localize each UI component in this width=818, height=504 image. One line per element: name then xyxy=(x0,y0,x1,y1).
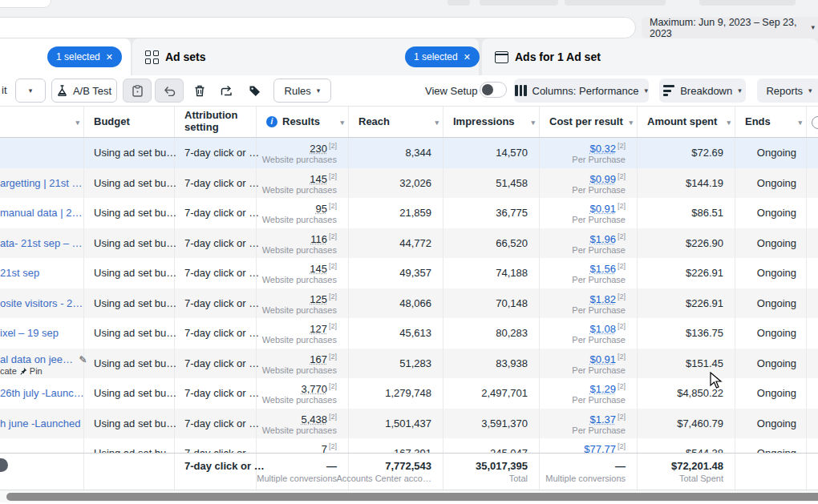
adsets-selected-pill[interactable]: 1 selected ✕ xyxy=(405,46,480,67)
date-range-button[interactable]: Maximum: Jun 9, 2023 – Sep 23, 2023 ▾ xyxy=(642,17,818,38)
tab-ads[interactable]: Ads for 1 Ad set xyxy=(482,38,818,75)
rules-button[interactable]: Rules ▾ xyxy=(273,79,331,103)
ends-cell: Ongoing xyxy=(735,318,807,349)
reports-button[interactable]: Reports ▾ xyxy=(757,79,818,103)
cpr-value[interactable]: $1.29 xyxy=(589,383,616,395)
table-row[interactable]: Using ad set bu…7-day click or …230[2]We… xyxy=(0,138,818,168)
search-input[interactable] xyxy=(0,17,636,38)
header-name[interactable]: ▾ xyxy=(0,107,84,137)
results-value[interactable]: 3,770 xyxy=(301,383,327,395)
results-value[interactable]: 145 xyxy=(310,173,327,185)
results-value[interactable]: 125 xyxy=(310,293,327,305)
cpr-value[interactable]: $0.32 xyxy=(589,143,616,155)
adset-name-link[interactable]: 21st sep xyxy=(0,267,39,279)
header-label: Results xyxy=(282,116,320,128)
adset-name-link[interactable]: h june -Launched xyxy=(0,417,80,429)
chevron-down-icon: ▾ xyxy=(811,24,815,31)
table-row[interactable]: 21st sepUsing ad set bu…7-day click or …… xyxy=(0,258,818,288)
tab-ad-sets[interactable]: Ad sets 1 selected ✕ xyxy=(132,38,479,75)
cpr-value[interactable]: $1.82 xyxy=(589,293,616,305)
table-row[interactable]: osite visitors - 2…Using ad set bu…7-day… xyxy=(0,288,818,319)
scrollbar-thumb[interactable] xyxy=(6,493,818,501)
cpr-value[interactable]: $0.99 xyxy=(589,173,616,185)
info-icon[interactable]: i xyxy=(266,116,277,127)
results-value[interactable]: 5,438 xyxy=(301,413,327,425)
chevron-down-icon[interactable]: ▾ xyxy=(531,119,535,127)
attribution-value: 7-day click or … xyxy=(184,417,259,429)
table-header: ▾ Budget Attribution setting i Results ▾… xyxy=(0,107,818,138)
chevron-down-icon[interactable]: ▾ xyxy=(435,119,439,127)
adset-name-link[interactable]: manual data | 2… xyxy=(0,207,82,219)
adset-name-link[interactable]: al data on jee… ✎ xyxy=(0,353,87,365)
horizontal-scrollbar[interactable] xyxy=(0,490,818,502)
header-attribution[interactable]: Attribution setting xyxy=(175,107,257,137)
adset-name-link[interactable]: argetting | 21st … xyxy=(0,177,82,189)
amount-spent-value: $544.38 xyxy=(686,447,723,453)
pin-action[interactable]: Pin xyxy=(30,366,43,376)
cost-per-result-cell: $1.29[2]Per Purchase xyxy=(540,378,638,409)
results-subtitle: Website purchases xyxy=(262,395,337,405)
results-value[interactable]: 7 xyxy=(322,443,327,453)
breakdown-button[interactable]: Breakdown ▾ xyxy=(659,79,746,103)
cpr-value-wrap: $0.91[2] xyxy=(589,202,626,215)
results-value[interactable]: 145 xyxy=(310,263,327,275)
cpr-value[interactable]: $1.37 xyxy=(589,413,616,425)
header-impressions[interactable]: Impressions▾ xyxy=(443,107,540,137)
cpr-value[interactable]: $1.96 xyxy=(589,233,616,245)
ab-test-button[interactable]: A/B Test xyxy=(51,79,117,103)
header-cost-per-result[interactable]: Cost per result▾ xyxy=(540,107,638,137)
table-row[interactable]: manual data | 2…Using ad set bu…7-day cl… xyxy=(0,198,818,228)
results-subtitle: Website purchases xyxy=(262,275,337,284)
budget-value: Using ad set bu… xyxy=(94,357,176,369)
row-hover-actions[interactable]: catePin xyxy=(0,366,43,376)
results-value[interactable]: 95 xyxy=(316,203,327,215)
chevron-down-icon[interactable]: ▾ xyxy=(798,119,802,127)
table-row[interactable]: al data on jee… ✎catePinUsing ad set bu…… xyxy=(0,349,818,379)
edit-dropdown-button[interactable]: ▾ xyxy=(15,79,46,103)
table-row[interactable]: Using ad set bu…7-day click or …7[2]Webs… xyxy=(0,438,818,453)
cpr-value[interactable]: $0.91 xyxy=(589,203,616,215)
export-share-button[interactable] xyxy=(214,79,240,103)
results-value[interactable]: 167 xyxy=(310,353,327,365)
results-value[interactable]: 127 xyxy=(310,323,327,335)
duplicate-action-partial[interactable]: cate xyxy=(0,366,17,376)
columns-button[interactable]: Columns: Performance ▾ xyxy=(514,79,649,103)
adset-name-link[interactable]: ata- 21st sep – … xyxy=(0,237,83,249)
undo-button[interactable] xyxy=(155,79,184,103)
adset-name-link[interactable]: osite visitors - 2… xyxy=(0,297,83,309)
tag-button[interactable] xyxy=(241,79,267,103)
campaigns-selected-pill[interactable]: 1 selected ✕ xyxy=(47,46,122,67)
chevron-down-icon[interactable]: ▾ xyxy=(727,119,731,127)
table-row[interactable]: h june -LaunchedUsing ad set bu…7-day cl… xyxy=(0,409,818,439)
table-row[interactable]: 26th july -Launc…Using ad set bu…7-day c… xyxy=(0,378,818,409)
chevron-down-icon[interactable]: ▾ xyxy=(75,119,79,127)
adset-name-link[interactable]: ixel – 19 sep xyxy=(0,327,59,339)
header-results[interactable]: i Results ▾ xyxy=(257,107,349,137)
extra-cell xyxy=(807,138,818,168)
close-icon[interactable]: ✕ xyxy=(464,52,471,62)
table-row[interactable]: argetting | 21st …Using ad set bu…7-day … xyxy=(0,168,818,199)
cpr-value[interactable]: $0.91 xyxy=(589,353,616,365)
header-reach[interactable]: Reach▾ xyxy=(349,107,443,137)
header-ends[interactable]: Ends▾ xyxy=(735,107,807,137)
tab-campaigns-partial[interactable]: 1 selected ✕ xyxy=(0,38,131,75)
cpr-value[interactable]: $1.08 xyxy=(589,323,616,335)
budget-cell: Using ad set bu… xyxy=(84,138,175,168)
paste-button[interactable] xyxy=(123,79,152,103)
partial-circle-icon xyxy=(812,116,818,129)
cpr-value[interactable]: $1.56 xyxy=(589,263,616,275)
header-budget[interactable]: Budget xyxy=(84,107,175,137)
adset-name-link[interactable]: 26th july -Launc… xyxy=(0,387,84,399)
chevron-down-icon[interactable]: ▾ xyxy=(340,119,344,127)
header-amount-spent[interactable]: Amount spent▾ xyxy=(638,107,735,137)
close-icon[interactable]: ✕ xyxy=(106,52,113,62)
edit-button-partial[interactable]: it xyxy=(2,84,7,96)
delete-button[interactable] xyxy=(187,79,213,103)
results-value[interactable]: 116 xyxy=(310,233,327,245)
results-value[interactable]: 230 xyxy=(310,143,327,155)
table-row[interactable]: ixel – 19 sepUsing ad set bu…7-day click… xyxy=(0,318,818,349)
chevron-down-icon[interactable]: ▾ xyxy=(629,119,633,127)
table-row[interactable]: ata- 21st sep – …Using ad set bu…7-day c… xyxy=(0,228,818,259)
view-setup-toggle[interactable] xyxy=(480,82,507,98)
cpr-value[interactable]: $77.77 xyxy=(584,443,616,453)
